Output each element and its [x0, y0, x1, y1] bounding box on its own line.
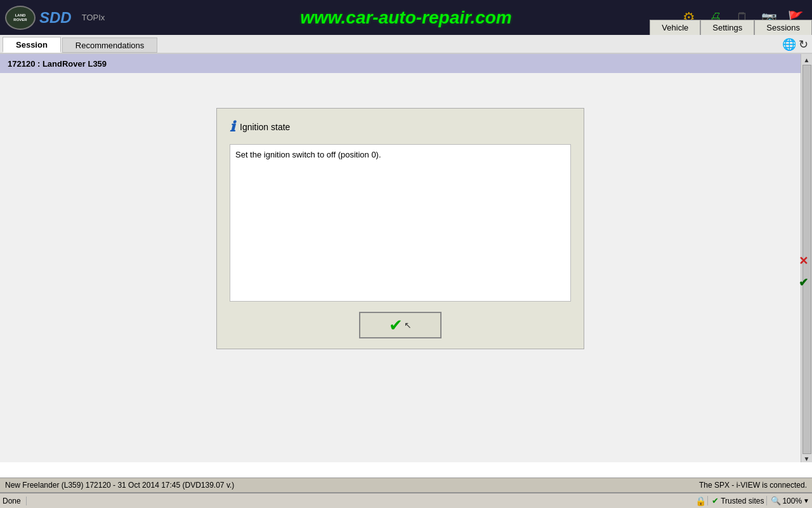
nav-sessions-btn[interactable]: Sessions	[754, 20, 812, 35]
security-lock-icon: 🔒	[695, 496, 706, 506]
connection-status-text: The SPX - i-VIEW is connected.	[699, 481, 807, 490]
dialog-box: ℹ Ignition state Set the ignition switch…	[216, 108, 584, 349]
tab-recommendations[interactable]: Recommendations	[62, 37, 157, 53]
zoom-dropdown-icon: ▼	[803, 497, 809, 504]
session-status-text: New Freelander (L359) 172120 - 31 Oct 20…	[5, 481, 234, 490]
dialog-content-text: Set the ignition switch to off (position…	[235, 150, 381, 159]
trusted-sites-label: Trusted sites	[721, 497, 764, 505]
tab-session[interactable]: Session	[3, 37, 61, 53]
sdd-label: SDD	[39, 9, 72, 27]
cursor-indicator: ↖	[404, 320, 412, 330]
info-icon: ℹ	[230, 119, 235, 135]
dialog-title: Ignition state	[240, 122, 290, 132]
checkmark-icon: ✔	[389, 316, 403, 335]
nav-settings-btn[interactable]: Settings	[700, 20, 754, 35]
network-icon: 🌐	[782, 37, 796, 51]
confirm-button[interactable]: ✔ ↖	[359, 312, 442, 338]
zoom-icon: 🔍	[771, 496, 781, 505]
refresh-icon[interactable]: ↻	[799, 37, 808, 51]
trusted-sites-check-icon: ✔	[712, 496, 719, 505]
zoom-group[interactable]: 🔍 100% ▼	[766, 496, 809, 505]
zoom-label: 100%	[782, 497, 802, 505]
ie-done-label: Done	[3, 497, 27, 505]
confirm-side-btn[interactable]: ✔	[799, 276, 808, 290]
breadcrumb: 172120 : LandRover L359	[8, 59, 107, 69]
scrollbar-down-arrow[interactable]: ▼	[804, 455, 810, 462]
scrollbar-up-arrow[interactable]: ▲	[804, 57, 810, 64]
dialog-content-box: Set the ignition switch to off (position…	[230, 144, 571, 302]
trusted-sites-group[interactable]: ✔ Trusted sites	[707, 496, 764, 505]
cancel-side-btn[interactable]: ✕	[799, 254, 808, 268]
land-rover-logo: LANDROVER	[5, 6, 36, 30]
nav-vehicle-btn[interactable]: Vehicle	[650, 20, 700, 35]
topix-label[interactable]: TOPIx	[82, 13, 105, 22]
website-banner: www.car-auto-repair.com	[300, 8, 512, 28]
